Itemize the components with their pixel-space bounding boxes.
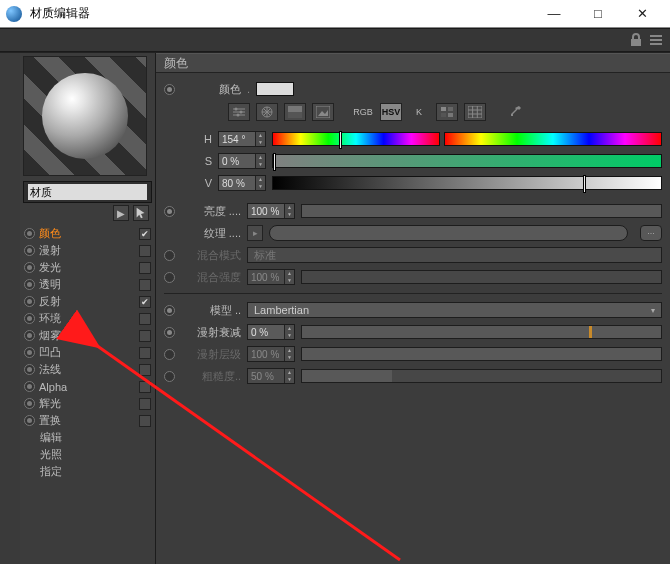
slider-icon[interactable] [228,103,250,121]
texture-dropdown[interactable] [269,225,628,241]
level-radio[interactable] [164,349,175,360]
channel-reflect[interactable]: 反射✔ [20,293,155,310]
channel-list: 颜色✔漫射发光透明反射✔环境烟雾凹凸法线Alpha辉光置换编辑光照指定 [20,223,155,564]
channel-color[interactable]: 颜色✔ [20,225,155,242]
channel-glow-label: 辉光 [39,396,135,411]
channel-fog[interactable]: 烟雾 [20,327,155,344]
channel-alpha-radio[interactable] [24,381,35,392]
arrow-right-icon[interactable]: ▶ [113,205,129,221]
mixmode-radio[interactable] [164,250,175,261]
channel-luminance[interactable]: 发光 [20,259,155,276]
channel-bump-radio[interactable] [24,347,35,358]
model-dropdown[interactable]: Lambertian▾ [247,302,662,318]
v-slider[interactable] [272,176,662,190]
channel-glow[interactable]: 辉光 [20,395,155,412]
channel-glow-checkbox[interactable] [139,398,151,410]
channel-env[interactable]: 环境 [20,310,155,327]
channel-diffuse-checkbox[interactable] [139,245,151,257]
texture-arrow-icon[interactable]: ▸ [247,225,263,241]
falloff-field[interactable]: 0 %▲▼ [247,324,295,340]
mixstr-field[interactable]: 100 %▲▼ [247,269,295,285]
channel-normal-checkbox[interactable] [139,364,151,376]
k-button[interactable]: K [408,103,430,121]
svg-point-1 [240,111,243,114]
channel-normal[interactable]: 法线 [20,361,155,378]
wheel-icon[interactable] [256,103,278,121]
color-enable-radio[interactable] [164,84,175,95]
channel-glow-radio[interactable] [24,398,35,409]
channel-fog-checkbox[interactable] [139,330,151,342]
mixstr-label: 混合强度 [181,270,241,285]
minimize-button[interactable]: — [532,3,576,25]
app-icon [6,6,22,22]
color-swatch[interactable] [256,82,294,96]
picture-icon[interactable] [312,103,334,121]
h-slider-a[interactable] [272,132,440,146]
menu-icon[interactable] [648,32,664,48]
material-name-input[interactable] [28,184,147,200]
s-slider[interactable] [272,154,662,168]
channel-bump[interactable]: 凹凸 [20,344,155,361]
v-value-field[interactable]: 80 %▲▼ [218,175,266,191]
channel-color-radio[interactable] [24,228,35,239]
svg-point-0 [235,108,238,111]
channel-transp-radio[interactable] [24,279,35,290]
channel-edit[interactable]: 编辑 [20,429,155,446]
channel-diffuse[interactable]: 漫射 [20,242,155,259]
channel-reflect-checkbox[interactable]: ✔ [139,296,151,308]
channel-color-checkbox[interactable]: ✔ [139,228,151,240]
material-preview[interactable] [23,56,147,176]
rough-radio[interactable] [164,371,175,382]
model-radio[interactable] [164,305,175,316]
channel-bump-checkbox[interactable] [139,347,151,359]
maximize-button[interactable]: □ [576,3,620,25]
channel-alpha[interactable]: Alpha [20,378,155,395]
channel-fog-radio[interactable] [24,330,35,341]
channel-env-radio[interactable] [24,313,35,324]
rough-field[interactable]: 50 %▲▼ [247,368,295,384]
swatches-icon[interactable] [436,103,458,121]
falloff-radio[interactable] [164,327,175,338]
channel-assign[interactable]: 指定 [20,463,155,480]
brightness-radio[interactable] [164,206,175,217]
channel-normal-radio[interactable] [24,364,35,375]
v-label: V [164,177,212,189]
spectrum-icon[interactable] [284,103,306,121]
channel-bump-label: 凹凸 [39,345,135,360]
channel-reflect-radio[interactable] [24,296,35,307]
channel-transp[interactable]: 透明 [20,276,155,293]
brightness-field[interactable]: 100 %▲▼ [247,203,295,219]
svg-marker-7 [318,110,328,116]
brightness-label: 亮度 .... [181,204,241,219]
channel-displace-radio[interactable] [24,415,35,426]
level-field[interactable]: 100 %▲▼ [247,346,295,362]
h-slider-b[interactable] [444,132,662,146]
channel-env-checkbox[interactable] [139,313,151,325]
lock-icon[interactable] [628,32,644,48]
h-value-field[interactable]: 154 °▲▼ [218,131,266,147]
falloff-slider[interactable] [301,325,662,339]
swatch-grid-icon[interactable] [464,103,486,121]
channel-transp-checkbox[interactable] [139,279,151,291]
channel-illum[interactable]: 光照 [20,446,155,463]
eyedropper-icon[interactable] [504,103,526,121]
s-value-field[interactable]: 0 %▲▼ [218,153,266,169]
channel-diffuse-radio[interactable] [24,245,35,256]
close-button[interactable]: ✕ [620,3,664,25]
texture-browse-button[interactable]: ... [640,225,662,241]
level-slider[interactable] [301,347,662,361]
channel-luminance-radio[interactable] [24,262,35,273]
channel-alpha-checkbox[interactable] [139,381,151,393]
model-label: 模型 .. [181,303,241,318]
hsv-button[interactable]: HSV [380,103,402,121]
rgb-button[interactable]: RGB [352,103,374,121]
mixmode-dropdown[interactable]: 标准 [247,247,662,263]
pick-cursor-button[interactable] [133,205,149,221]
channel-luminance-checkbox[interactable] [139,262,151,274]
mixstr-radio[interactable] [164,272,175,283]
rough-slider[interactable] [301,369,662,383]
mixstr-slider[interactable] [301,270,662,284]
brightness-slider[interactable] [301,204,662,218]
channel-displace-checkbox[interactable] [139,415,151,427]
channel-displace[interactable]: 置换 [20,412,155,429]
